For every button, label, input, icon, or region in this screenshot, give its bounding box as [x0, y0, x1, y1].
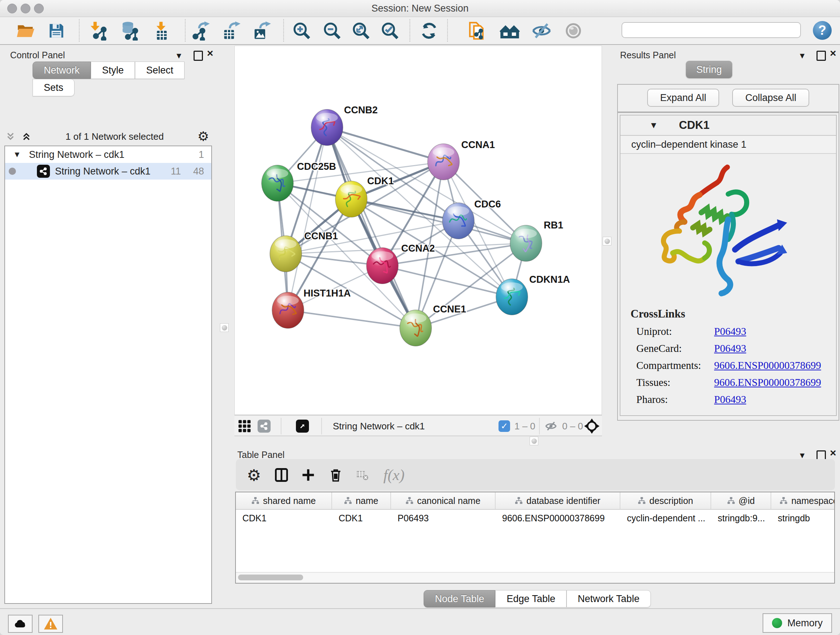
network-node-CDKN1A[interactable]: CDKN1A	[496, 274, 570, 315]
panel-menu-icon[interactable]: ▾	[800, 51, 805, 60]
warnings-button[interactable]	[38, 615, 63, 633]
gene-header-row[interactable]: ▼ CDK1	[621, 116, 836, 136]
network-node-CCNE1[interactable]: CCNE1	[400, 304, 466, 346]
panel-close-icon[interactable]: ×	[207, 49, 213, 58]
network-graph[interactable]: CCNB2CCNA1CDC25BCDK1CDC6RB1CCNB1CCNA2CDK…	[235, 46, 602, 415]
network-row-selected[interactable]: String Network – cdk1 11 48	[5, 163, 211, 180]
column-header-@id[interactable]: @id	[711, 492, 771, 509]
network-node-CDC6[interactable]: CDC6	[442, 199, 501, 239]
network-type-button[interactable]	[257, 418, 271, 434]
import-network-file-button[interactable]	[88, 20, 109, 41]
import-network-from-database-button[interactable]	[119, 20, 140, 41]
column-header-name[interactable]: name	[332, 492, 391, 509]
memory-button[interactable]: Memory	[763, 613, 832, 633]
open-in-window-button[interactable]	[296, 418, 309, 434]
network-node-CDC25B[interactable]: CDC25B	[262, 161, 336, 201]
tree-caret-icon[interactable]: ▼	[5, 150, 21, 159]
panel-menu-icon[interactable]: ▾	[177, 51, 181, 60]
create-column-button[interactable]	[298, 465, 318, 485]
table-cell[interactable]: 9606.ENSP00000378699	[496, 510, 621, 526]
tab-network-table[interactable]: Network Table	[567, 590, 651, 608]
save-session-button[interactable]	[46, 20, 67, 41]
cloud-button[interactable]	[8, 615, 33, 633]
zoom-fit-button[interactable]	[351, 20, 371, 41]
zoom-out-button[interactable]	[322, 20, 343, 41]
hide-selected-button[interactable]	[531, 20, 552, 41]
network-edge-CCNB2-CCNA1[interactable]	[327, 127, 444, 162]
network-node-CCNA1[interactable]: CCNA1	[428, 139, 495, 180]
show-all-networks-button[interactable]	[499, 20, 520, 41]
tab-sets[interactable]: Sets	[33, 79, 74, 96]
export-image-button[interactable]	[251, 20, 272, 41]
open-session-button[interactable]	[15, 20, 36, 41]
network-node-HIST1H1A[interactable]: HIST1H1A	[272, 288, 351, 328]
panel-float-icon[interactable]	[816, 51, 826, 62]
global-search-input[interactable]	[622, 22, 801, 38]
crosslink-row: Tissues:9606.ENSP00000378699	[636, 377, 836, 388]
table-gear-button[interactable]: ⚙	[244, 465, 264, 485]
equation-builder-disabled: f(x)	[378, 465, 410, 485]
horizontal-scrollbar[interactable]	[236, 572, 834, 583]
tab-network[interactable]: Network	[33, 62, 91, 79]
table-cell[interactable]: CDK1	[236, 510, 332, 526]
network-collection-row[interactable]: ▼ String Network – cdk1 1	[5, 146, 211, 163]
zoom-selected-button[interactable]	[379, 20, 401, 41]
checkbox-icon[interactable]: ✓	[499, 420, 510, 432]
tab-select[interactable]: Select	[135, 62, 185, 79]
crosslink-value[interactable]: P06493	[714, 394, 746, 405]
panel-menu-icon[interactable]: ▾	[800, 450, 805, 460]
collapse-all-icon[interactable]	[5, 131, 16, 142]
export-network-button[interactable]	[190, 20, 211, 41]
column-header-shared-name[interactable]: shared name	[236, 492, 332, 509]
collapse-all-button[interactable]: Collapse All	[732, 89, 809, 107]
panel-close-icon[interactable]: ×	[830, 49, 836, 58]
crosslink-value[interactable]: P06493	[714, 342, 746, 355]
table-cell[interactable]: P06493	[391, 510, 496, 526]
delete-column-button[interactable]	[325, 465, 346, 485]
import-table-file-button[interactable]	[150, 20, 172, 41]
splitter-handle[interactable]	[530, 437, 538, 445]
network-edge-HIST1H1A-CCNE1[interactable]	[288, 310, 416, 328]
table-cell[interactable]: stringdb	[771, 510, 835, 526]
network-canvas[interactable]: CCNB2CCNA1CDC25BCDK1CDC6RB1CCNB1CCNA2CDK…	[234, 46, 602, 415]
expand-all-button[interactable]: Expand All	[647, 89, 720, 107]
gear-icon[interactable]: ⚙	[197, 129, 209, 144]
help-button[interactable]: ?	[813, 21, 832, 40]
network-edge-CCNB2-HIST1H1A[interactable]	[288, 127, 327, 310]
birds-eye-grid-button[interactable]	[237, 418, 252, 434]
tab-string[interactable]: String	[686, 61, 732, 78]
tab-style[interactable]: Style	[91, 62, 135, 79]
tab-node-table[interactable]: Node Table	[424, 590, 495, 608]
panel-float-icon[interactable]	[194, 51, 203, 62]
splitter-handle[interactable]	[220, 323, 229, 332]
table-row[interactable]: CDK1CDK1P064939606.ENSP00000378699cyclin…	[236, 510, 834, 526]
column-header-canonical-name[interactable]: canonical name	[391, 492, 496, 509]
zoom-in-button[interactable]	[291, 20, 312, 41]
splitter-handle[interactable]	[603, 237, 611, 245]
fit-selected-button[interactable]	[584, 418, 600, 434]
crosslink-value[interactable]: 9606.ENSP00000378699	[714, 377, 821, 388]
crosslink-value[interactable]: P06493	[714, 325, 746, 337]
table-cell[interactable]: stringdb:9...	[711, 510, 771, 526]
collapse-entry-icon[interactable]: ▼	[649, 120, 658, 130]
node-gloss	[316, 113, 338, 122]
column-header-namespace[interactable]: namespace	[771, 492, 835, 509]
column-header-database-identifier[interactable]: database identifier	[496, 492, 621, 509]
table-cell[interactable]: CDK1	[332, 510, 391, 526]
panel-close-icon[interactable]: ×	[830, 448, 836, 458]
scrollbar-thumb[interactable]	[238, 575, 303, 580]
show-hidden-button[interactable]	[563, 20, 584, 41]
show-columns-button[interactable]	[271, 465, 292, 485]
refresh-button[interactable]	[418, 20, 439, 41]
crosslink-value[interactable]: 9606.ENSP00000378699	[714, 359, 821, 371]
network-list: ▼ String Network – cdk1 1 String Network…	[4, 146, 212, 604]
expand-all-icon[interactable]	[21, 131, 32, 142]
export-image-icon	[252, 21, 272, 41]
share-network-document-button[interactable]	[467, 20, 488, 41]
export-table-button[interactable]	[221, 20, 242, 41]
node-gloss	[340, 185, 362, 194]
tab-edge-table[interactable]: Edge Table	[495, 590, 567, 608]
network-node-RB1[interactable]: RB1	[510, 220, 563, 261]
column-header-description[interactable]: description	[621, 492, 711, 509]
table-cell[interactable]: cyclin-dependent ...	[621, 510, 711, 526]
